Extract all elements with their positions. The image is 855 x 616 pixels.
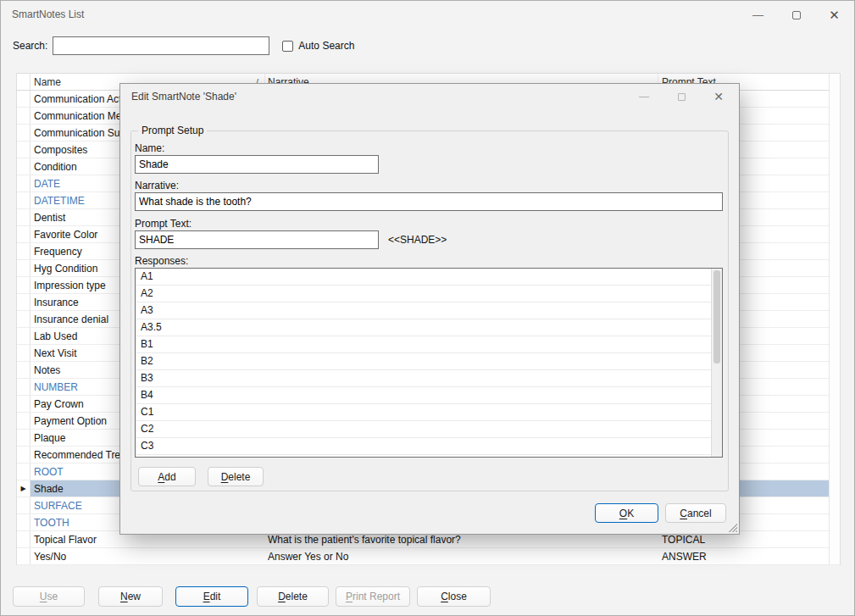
dialog-close-icon[interactable]: ✕ xyxy=(700,84,737,109)
use-button[interactable]: Use xyxy=(13,586,85,607)
smartnotes-list-window: SmartNotes List — ✕ Search: Auto Search … xyxy=(0,0,855,616)
row-selector xyxy=(17,413,31,429)
edit-smartnote-dialog: Edit SmartNote 'Shade' — ✕ Prompt Setup … xyxy=(119,83,740,535)
row-selector xyxy=(17,175,31,191)
row-selector xyxy=(17,379,31,395)
responses-scrollbar[interactable] xyxy=(711,269,722,457)
footer-buttons: UseNewEditDeletePrint ReportClose xyxy=(1,586,854,607)
row-selector xyxy=(17,294,31,310)
table-scrollbar[interactable] xyxy=(829,74,840,564)
row-selector xyxy=(17,209,31,225)
row-selector xyxy=(17,497,31,513)
dialog-window-controls: — ✕ xyxy=(625,84,737,109)
name-input[interactable] xyxy=(135,155,379,174)
close-button[interactable]: Close xyxy=(417,586,491,607)
response-item[interactable]: A2 xyxy=(136,286,711,302)
response-item[interactable]: A1 xyxy=(136,269,711,286)
cancel-button[interactable]: Cancel xyxy=(665,503,726,523)
row-selector xyxy=(17,447,31,463)
search-input[interactable] xyxy=(53,36,269,55)
prompt-setup-label: Prompt Setup xyxy=(138,125,207,136)
row-selector xyxy=(17,531,31,547)
new-button[interactable]: New xyxy=(98,586,163,607)
response-item[interactable]: C3 xyxy=(136,438,711,455)
delete-response-button[interactable]: Delete xyxy=(208,467,264,486)
cell-name: Yes/No xyxy=(31,548,265,564)
narrative-label: Narrative: xyxy=(135,180,179,191)
cell-prompt: ANSWER xyxy=(658,548,829,564)
search-row: Search: Auto Search xyxy=(13,36,354,55)
response-item[interactable]: B2 xyxy=(136,353,711,370)
prompt-token-text: <<SHADE>> xyxy=(388,234,447,246)
row-selector xyxy=(17,463,31,480)
responses-label: Responses: xyxy=(135,255,188,267)
row-selector xyxy=(17,243,31,259)
name-label: Name: xyxy=(135,142,164,154)
row-selector xyxy=(17,142,31,158)
row-selector xyxy=(17,514,31,530)
response-item[interactable]: B4 xyxy=(136,387,711,404)
window-title: SmartNotes List xyxy=(12,8,84,20)
row-selector xyxy=(17,226,31,242)
row-selector xyxy=(17,430,31,446)
prompt-text-input[interactable] xyxy=(135,230,379,249)
maximize-square-icon xyxy=(792,11,801,19)
column-header-name-label: Name xyxy=(34,76,61,88)
title-bar: SmartNotes List — ✕ xyxy=(1,1,854,28)
close-icon[interactable]: ✕ xyxy=(815,2,853,28)
print-report-button[interactable]: Print Report xyxy=(336,586,410,607)
dialog-title: Edit SmartNote 'Shade' xyxy=(131,91,236,103)
response-item[interactable]: C2 xyxy=(136,421,711,438)
row-selector xyxy=(17,311,31,327)
response-item[interactable]: A3 xyxy=(136,302,711,319)
ok-button[interactable]: OK xyxy=(595,503,658,523)
row-selector xyxy=(17,548,31,564)
row-selector xyxy=(17,158,31,175)
narrative-input[interactable] xyxy=(135,192,723,211)
row-selector xyxy=(17,345,31,361)
row-selector xyxy=(17,277,31,293)
response-item[interactable]: B1 xyxy=(136,336,711,353)
cell-narrative: Answer Yes or No xyxy=(265,548,658,564)
prompt-text-label: Prompt Text: xyxy=(135,218,192,230)
row-selector xyxy=(17,192,31,208)
row-selector xyxy=(17,91,31,107)
table-row[interactable]: Yes/NoAnswer Yes or NoANSWER xyxy=(17,548,840,565)
dialog-maximize-icon[interactable] xyxy=(663,84,700,109)
dialog-maximize-square-icon xyxy=(678,93,686,101)
prompt-setup-group: Prompt Setup Name: Narrative: Prompt Tex… xyxy=(130,130,729,491)
add-button[interactable]: Add xyxy=(138,467,196,486)
minimize-icon[interactable]: — xyxy=(739,2,777,28)
maximize-icon[interactable] xyxy=(777,2,815,28)
edit-button[interactable]: Edit xyxy=(175,586,248,607)
responses-list: A1A2A3A3.5B1B2B3B4C1C2C3 xyxy=(135,268,723,458)
response-item[interactable]: A3.5 xyxy=(136,319,711,336)
response-item[interactable]: C1 xyxy=(136,404,711,421)
row-selector xyxy=(17,362,31,378)
dialog-minimize-icon[interactable]: — xyxy=(625,84,663,109)
resize-grip[interactable] xyxy=(727,522,737,532)
delete-button[interactable]: Delete xyxy=(257,586,329,607)
auto-search-checkbox[interactable] xyxy=(282,41,293,52)
row-selector xyxy=(17,328,31,344)
current-row-marker: ▶ xyxy=(17,480,31,497)
row-selector xyxy=(17,396,31,412)
row-selector xyxy=(17,125,31,141)
row-selector xyxy=(17,260,31,276)
header-gutter xyxy=(17,74,31,90)
search-label: Search: xyxy=(13,40,47,52)
dialog-title-bar: Edit SmartNote 'Shade' — ✕ xyxy=(120,84,739,109)
auto-search-label: Auto Search xyxy=(298,40,354,52)
window-controls: — ✕ xyxy=(739,2,853,28)
responses-scrollbar-thumb[interactable] xyxy=(713,270,720,363)
row-selector xyxy=(17,108,31,124)
response-item[interactable]: B3 xyxy=(136,370,711,387)
